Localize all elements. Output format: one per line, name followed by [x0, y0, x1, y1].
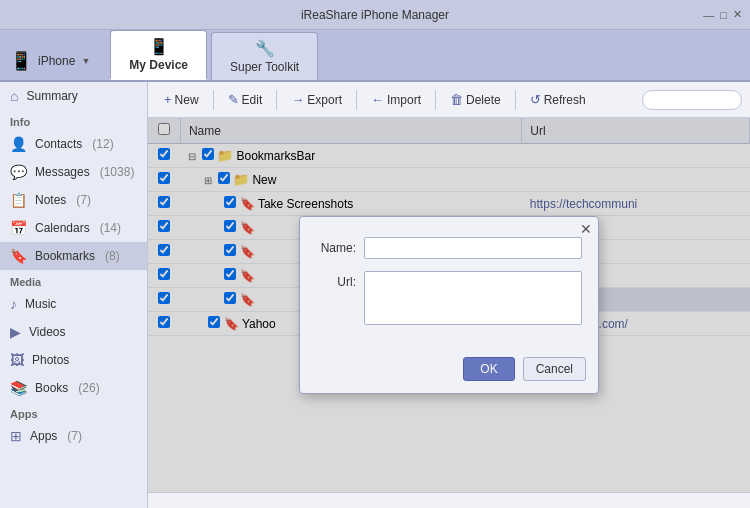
sidebar-videos-label: Videos: [29, 325, 65, 339]
export-button[interactable]: → Export: [283, 89, 350, 110]
refresh-button[interactable]: ↺ Refresh: [522, 89, 594, 110]
books-icon: 📚: [10, 380, 27, 396]
sidebar-item-videos[interactable]: ▶ Videos: [0, 318, 147, 346]
sidebar: ⌂ Summary Info 👤 Contacts (12) 💬 Message…: [0, 82, 148, 508]
summary-icon: ⌂: [10, 88, 18, 104]
new-icon: +: [164, 92, 172, 107]
sidebar-media-section: Media: [0, 270, 147, 290]
sidebar-item-summary[interactable]: ⌂ Summary: [0, 82, 147, 110]
sidebar-photos-label: Photos: [32, 353, 69, 367]
modal-name-row: Name:: [316, 237, 582, 259]
sidebar-item-books[interactable]: 📚 Books (26): [0, 374, 147, 402]
delete-icon: 🗑: [450, 92, 463, 107]
sidebar-item-notes[interactable]: 📋 Notes (7): [0, 186, 147, 214]
search-input[interactable]: [642, 90, 742, 110]
ok-button[interactable]: OK: [463, 357, 514, 381]
tab-bar: 📱 iPhone ▼ 📱 My Device 🔧 Super Toolkit: [0, 30, 750, 82]
my-device-icon: 📱: [149, 37, 169, 56]
refresh-icon: ↺: [530, 92, 541, 107]
import-label: Import: [387, 93, 421, 107]
delete-button[interactable]: 🗑 Delete: [442, 89, 509, 110]
sidebar-item-messages[interactable]: 💬 Messages (1038): [0, 158, 147, 186]
contacts-icon: 👤: [10, 136, 27, 152]
edit-label: Edit: [242, 93, 263, 107]
sidebar-bookmarks-label: Bookmarks: [35, 249, 95, 263]
modal-url-input[interactable]: [364, 271, 582, 325]
music-icon: ♪: [10, 296, 17, 312]
toolbar: + New ✎ Edit → Export ← Import 🗑 Delete: [148, 82, 750, 118]
new-button[interactable]: + New: [156, 89, 207, 110]
cancel-button[interactable]: Cancel: [523, 357, 586, 381]
refresh-label: Refresh: [544, 93, 586, 107]
modal-dialog: ✕ Name: Url: OK Cancel: [299, 216, 599, 394]
sidebar-music-label: Music: [25, 297, 56, 311]
sidebar-notes-count: (7): [76, 193, 91, 207]
tab-my-device[interactable]: 📱 My Device: [110, 30, 207, 80]
sidebar-messages-count: (1038): [100, 165, 135, 179]
sidebar-item-bookmarks[interactable]: 🔖 Bookmarks (8): [0, 242, 147, 270]
edit-button[interactable]: ✎ Edit: [220, 89, 271, 110]
bookmarks-icon: 🔖: [10, 248, 27, 264]
table-container: Name Url ⊟ 📁 BookmarksBar: [148, 118, 750, 492]
tab-super-toolkit-label: Super Toolkit: [230, 60, 299, 74]
main-layout: ⌂ Summary Info 👤 Contacts (12) 💬 Message…: [0, 82, 750, 508]
device-dropdown-icon[interactable]: ▼: [81, 56, 90, 66]
title-bar: iReaShare iPhone Manager — □ ✕: [0, 0, 750, 30]
sidebar-books-label: Books: [35, 381, 68, 395]
toolbar-sep-3: [356, 90, 357, 110]
sidebar-contacts-label: Contacts: [35, 137, 82, 151]
sidebar-messages-label: Messages: [35, 165, 90, 179]
iphone-icon: 📱: [10, 50, 32, 72]
export-label: Export: [307, 93, 342, 107]
tab-super-toolkit[interactable]: 🔧 Super Toolkit: [211, 32, 318, 80]
close-icon[interactable]: ✕: [733, 8, 742, 21]
sidebar-apps-count: (7): [67, 429, 82, 443]
calendars-icon: 📅: [10, 220, 27, 236]
modal-body: Name: Url:: [300, 217, 598, 349]
bottom-scrollbar[interactable]: [148, 492, 750, 508]
super-toolkit-icon: 🔧: [255, 39, 275, 58]
tab-my-device-label: My Device: [129, 58, 188, 72]
modal-name-input[interactable]: [364, 237, 582, 259]
sidebar-apps-label: Apps: [30, 429, 57, 443]
import-button[interactable]: ← Import: [363, 89, 429, 110]
sidebar-contacts-count: (12): [92, 137, 113, 151]
modal-close-button[interactable]: ✕: [580, 221, 592, 237]
delete-label: Delete: [466, 93, 501, 107]
modal-overlay: ✕ Name: Url: OK Cancel: [148, 118, 750, 492]
sidebar-item-calendars[interactable]: 📅 Calendars (14): [0, 214, 147, 242]
sidebar-books-count: (26): [78, 381, 99, 395]
sidebar-apps-section: Apps: [0, 402, 147, 422]
app-title: iReaShare iPhone Manager: [301, 8, 449, 22]
sidebar-item-summary-label: Summary: [26, 89, 77, 103]
sidebar-item-music[interactable]: ♪ Music: [0, 290, 147, 318]
toolbar-sep-4: [435, 90, 436, 110]
window-controls: — □ ✕: [703, 8, 742, 21]
toolbar-sep-5: [515, 90, 516, 110]
edit-icon: ✎: [228, 92, 239, 107]
sidebar-info-section: Info: [0, 110, 147, 130]
sidebar-calendars-count: (14): [100, 221, 121, 235]
modal-name-label: Name:: [316, 237, 356, 255]
sidebar-item-photos[interactable]: 🖼 Photos: [0, 346, 147, 374]
export-icon: →: [291, 92, 304, 107]
sidebar-bookmarks-count: (8): [105, 249, 120, 263]
content-area: + New ✎ Edit → Export ← Import 🗑 Delete: [148, 82, 750, 508]
toolbar-sep-2: [276, 90, 277, 110]
device-label: 📱 iPhone ▼: [10, 50, 90, 80]
modal-footer: OK Cancel: [300, 349, 598, 393]
sidebar-calendars-label: Calendars: [35, 221, 90, 235]
maximize-icon[interactable]: □: [720, 9, 727, 21]
sidebar-item-apps[interactable]: ⊞ Apps (7): [0, 422, 147, 450]
minimize-icon[interactable]: —: [703, 9, 714, 21]
sidebar-item-contacts[interactable]: 👤 Contacts (12): [0, 130, 147, 158]
apps-icon: ⊞: [10, 428, 22, 444]
modal-url-label: Url:: [316, 271, 356, 289]
videos-icon: ▶: [10, 324, 21, 340]
photos-icon: 🖼: [10, 352, 24, 368]
notes-icon: 📋: [10, 192, 27, 208]
sidebar-notes-label: Notes: [35, 193, 66, 207]
messages-icon: 💬: [10, 164, 27, 180]
import-icon: ←: [371, 92, 384, 107]
new-label: New: [175, 93, 199, 107]
